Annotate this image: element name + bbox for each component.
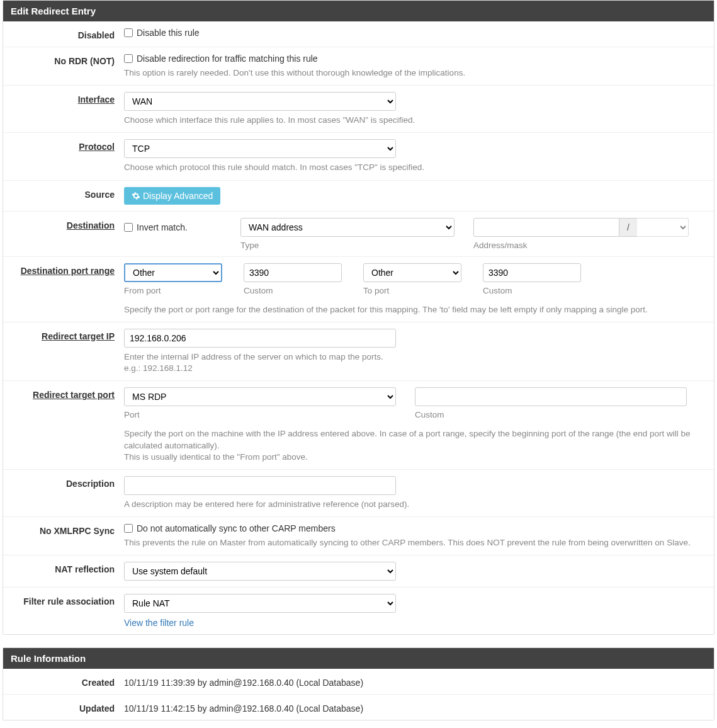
xmlrpc-checkbox[interactable] <box>124 524 133 533</box>
disabled-label: Disabled <box>3 28 124 40</box>
panel-title: Edit Redirect Entry <box>3 1 714 21</box>
nordr-help: This option is rarely needed. Don't use … <box>124 67 704 79</box>
created-label: Created <box>3 675 124 688</box>
filterassoc-label: Filter rule association <box>3 594 124 628</box>
targetport-custom-input <box>415 387 687 406</box>
destport-label: Destination port range <box>3 263 124 316</box>
targetport-help: Specify the port on the machine with the… <box>124 428 704 463</box>
protocol-help: Choose which protocol this rule should m… <box>124 162 704 173</box>
targetip-input[interactable] <box>124 329 396 348</box>
interface-label: Interface <box>3 92 124 126</box>
nordr-checkbox[interactable] <box>124 54 133 63</box>
xmlrpc-checkbox-row[interactable]: Do not automatically sync to other CARP … <box>124 523 704 533</box>
from-port-select[interactable]: Other <box>124 263 222 282</box>
from-port-sub: From port <box>124 286 222 295</box>
invert-match-checkbox[interactable] <box>124 223 133 232</box>
nordr-label: No RDR (NOT) <box>3 54 124 79</box>
destination-mask-select <box>637 218 689 237</box>
interface-help: Choose which interface this rule applies… <box>124 115 704 126</box>
view-filter-rule-link[interactable]: View the filter rule <box>124 618 194 628</box>
nordr-checkbox-label: Disable redirection for traffic matching… <box>137 54 318 64</box>
source-label: Source <box>3 187 124 205</box>
disabled-checkbox-label: Disable this rule <box>137 28 200 38</box>
to-custom-input[interactable] <box>483 263 581 282</box>
panel2-title: Rule Information <box>3 648 714 669</box>
xmlrpc-help: This prevents the rule on Master from au… <box>124 537 704 549</box>
description-input[interactable] <box>124 476 396 495</box>
natreflect-select[interactable]: Use system default <box>124 562 396 581</box>
edit-redirect-panel: Edit Redirect Entry Disabled Disable thi… <box>3 0 714 635</box>
destination-type-select[interactable]: WAN address <box>240 218 454 237</box>
disabled-checkbox[interactable] <box>124 28 133 37</box>
description-help: A description may be entered here for ad… <box>124 499 704 510</box>
targetport-custom-sub: Custom <box>415 410 704 419</box>
to-port-select[interactable]: Other <box>363 263 461 282</box>
natreflect-label: NAT reflection <box>3 562 124 581</box>
protocol-label: Protocol <box>3 139 124 173</box>
to-custom-sub: Custom <box>483 286 581 295</box>
invert-match-label: Invert match. <box>137 222 188 232</box>
slash-icon: / <box>619 218 637 237</box>
nordr-checkbox-row[interactable]: Disable redirection for traffic matching… <box>124 54 704 64</box>
gear-icon <box>132 191 140 200</box>
protocol-select[interactable]: TCP <box>124 139 396 158</box>
interface-select[interactable]: WAN <box>124 92 396 111</box>
targetip-help: Enter the internal IP address of the ser… <box>124 351 704 374</box>
updated-label: Updated <box>3 701 124 714</box>
targetip-label: Redirect target IP <box>3 329 124 374</box>
created-value: 10/11/19 11:39:39 by admin@192.168.0.40 … <box>124 675 714 688</box>
targetport-label: Redirect target port <box>3 387 124 463</box>
from-custom-input[interactable] <box>244 263 342 282</box>
from-custom-sub: Custom <box>244 286 342 295</box>
destination-label: Destination <box>3 218 124 250</box>
destination-type-sub: Type <box>240 241 454 250</box>
updated-value: 10/11/19 11:42:15 by admin@192.168.0.40 … <box>124 701 714 714</box>
rule-information-panel: Rule Information Created 10/11/19 11:39:… <box>3 647 714 720</box>
xmlrpc-label: No XMLRPC Sync <box>3 523 124 549</box>
xmlrpc-checkbox-label: Do not automatically sync to other CARP … <box>137 523 336 533</box>
targetport-select[interactable]: MS RDP <box>124 387 396 406</box>
to-port-sub: To port <box>363 286 461 295</box>
targetport-port-sub: Port <box>124 410 396 419</box>
description-label: Description <box>3 476 124 510</box>
destination-address-input <box>473 218 619 237</box>
destination-addr-sub: Address/mask <box>473 241 689 250</box>
invert-match-row[interactable]: Invert match. <box>124 218 231 237</box>
display-advanced-button[interactable]: Display Advanced <box>124 187 220 205</box>
disabled-checkbox-row[interactable]: Disable this rule <box>124 28 704 38</box>
display-advanced-label: Display Advanced <box>143 191 213 201</box>
filterassoc-select[interactable]: Rule NAT <box>124 594 396 613</box>
destport-help: Specify the port or port range for the d… <box>124 304 704 316</box>
